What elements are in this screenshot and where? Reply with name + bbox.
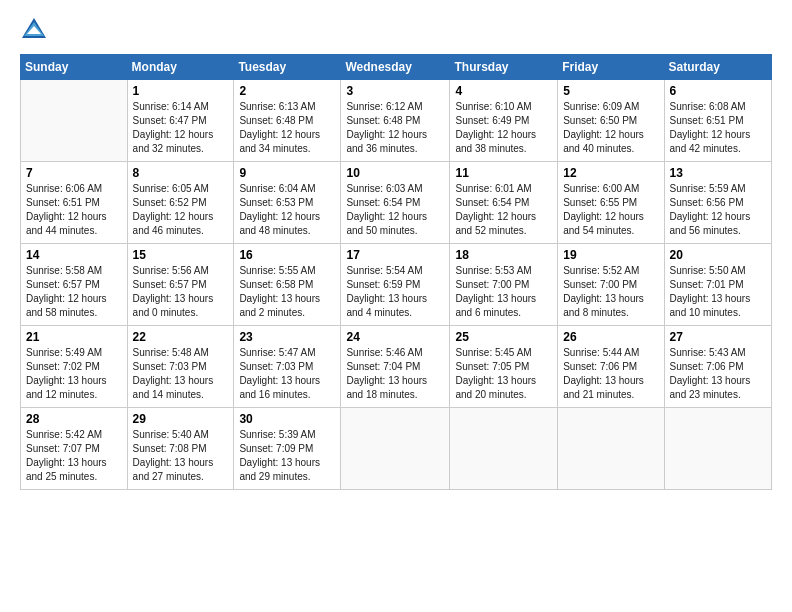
day-number: 8: [133, 166, 229, 180]
day-number: 11: [455, 166, 552, 180]
day-info: Sunrise: 6:10 AMSunset: 6:49 PMDaylight:…: [455, 100, 552, 156]
week-row-1: 1Sunrise: 6:14 AMSunset: 6:47 PMDaylight…: [21, 80, 772, 162]
calendar-cell: 1Sunrise: 6:14 AMSunset: 6:47 PMDaylight…: [127, 80, 234, 162]
calendar-table: SundayMondayTuesdayWednesdayThursdayFrid…: [20, 54, 772, 490]
day-header-wednesday: Wednesday: [341, 55, 450, 80]
day-info: Sunrise: 5:49 AMSunset: 7:02 PMDaylight:…: [26, 346, 122, 402]
day-number: 27: [670, 330, 766, 344]
day-number: 25: [455, 330, 552, 344]
day-number: 12: [563, 166, 658, 180]
calendar-cell: 9Sunrise: 6:04 AMSunset: 6:53 PMDaylight…: [234, 162, 341, 244]
calendar-cell: 28Sunrise: 5:42 AMSunset: 7:07 PMDayligh…: [21, 408, 128, 490]
day-number: 13: [670, 166, 766, 180]
calendar-cell: [450, 408, 558, 490]
day-header-monday: Monday: [127, 55, 234, 80]
day-info: Sunrise: 6:12 AMSunset: 6:48 PMDaylight:…: [346, 100, 444, 156]
calendar-cell: 23Sunrise: 5:47 AMSunset: 7:03 PMDayligh…: [234, 326, 341, 408]
day-info: Sunrise: 5:59 AMSunset: 6:56 PMDaylight:…: [670, 182, 766, 238]
calendar-cell: 21Sunrise: 5:49 AMSunset: 7:02 PMDayligh…: [21, 326, 128, 408]
calendar-cell: 20Sunrise: 5:50 AMSunset: 7:01 PMDayligh…: [664, 244, 771, 326]
week-row-5: 28Sunrise: 5:42 AMSunset: 7:07 PMDayligh…: [21, 408, 772, 490]
day-info: Sunrise: 6:13 AMSunset: 6:48 PMDaylight:…: [239, 100, 335, 156]
day-number: 19: [563, 248, 658, 262]
day-number: 6: [670, 84, 766, 98]
day-info: Sunrise: 5:53 AMSunset: 7:00 PMDaylight:…: [455, 264, 552, 320]
calendar-cell: 5Sunrise: 6:09 AMSunset: 6:50 PMDaylight…: [558, 80, 664, 162]
calendar-cell: 8Sunrise: 6:05 AMSunset: 6:52 PMDaylight…: [127, 162, 234, 244]
day-info: Sunrise: 5:42 AMSunset: 7:07 PMDaylight:…: [26, 428, 122, 484]
week-row-4: 21Sunrise: 5:49 AMSunset: 7:02 PMDayligh…: [21, 326, 772, 408]
logo-icon: [20, 16, 48, 44]
day-info: Sunrise: 5:52 AMSunset: 7:00 PMDaylight:…: [563, 264, 658, 320]
week-row-2: 7Sunrise: 6:06 AMSunset: 6:51 PMDaylight…: [21, 162, 772, 244]
day-info: Sunrise: 5:48 AMSunset: 7:03 PMDaylight:…: [133, 346, 229, 402]
calendar-cell: [21, 80, 128, 162]
day-number: 15: [133, 248, 229, 262]
day-info: Sunrise: 6:08 AMSunset: 6:51 PMDaylight:…: [670, 100, 766, 156]
calendar-cell: 3Sunrise: 6:12 AMSunset: 6:48 PMDaylight…: [341, 80, 450, 162]
week-row-3: 14Sunrise: 5:58 AMSunset: 6:57 PMDayligh…: [21, 244, 772, 326]
day-info: Sunrise: 5:50 AMSunset: 7:01 PMDaylight:…: [670, 264, 766, 320]
calendar-cell: 18Sunrise: 5:53 AMSunset: 7:00 PMDayligh…: [450, 244, 558, 326]
day-number: 18: [455, 248, 552, 262]
day-info: Sunrise: 6:00 AMSunset: 6:55 PMDaylight:…: [563, 182, 658, 238]
day-number: 20: [670, 248, 766, 262]
day-number: 7: [26, 166, 122, 180]
calendar-cell: 26Sunrise: 5:44 AMSunset: 7:06 PMDayligh…: [558, 326, 664, 408]
calendar-cell: [341, 408, 450, 490]
calendar-cell: 4Sunrise: 6:10 AMSunset: 6:49 PMDaylight…: [450, 80, 558, 162]
day-header-saturday: Saturday: [664, 55, 771, 80]
calendar-cell: 11Sunrise: 6:01 AMSunset: 6:54 PMDayligh…: [450, 162, 558, 244]
day-info: Sunrise: 5:58 AMSunset: 6:57 PMDaylight:…: [26, 264, 122, 320]
calendar-cell: 17Sunrise: 5:54 AMSunset: 6:59 PMDayligh…: [341, 244, 450, 326]
day-number: 26: [563, 330, 658, 344]
header: [20, 16, 772, 44]
day-info: Sunrise: 5:56 AMSunset: 6:57 PMDaylight:…: [133, 264, 229, 320]
day-info: Sunrise: 6:14 AMSunset: 6:47 PMDaylight:…: [133, 100, 229, 156]
day-number: 29: [133, 412, 229, 426]
calendar-cell: 12Sunrise: 6:00 AMSunset: 6:55 PMDayligh…: [558, 162, 664, 244]
main-container: SundayMondayTuesdayWednesdayThursdayFrid…: [0, 0, 792, 500]
day-number: 28: [26, 412, 122, 426]
calendar-cell: 27Sunrise: 5:43 AMSunset: 7:06 PMDayligh…: [664, 326, 771, 408]
day-number: 21: [26, 330, 122, 344]
calendar-cell: 7Sunrise: 6:06 AMSunset: 6:51 PMDaylight…: [21, 162, 128, 244]
day-info: Sunrise: 6:04 AMSunset: 6:53 PMDaylight:…: [239, 182, 335, 238]
calendar-cell: 10Sunrise: 6:03 AMSunset: 6:54 PMDayligh…: [341, 162, 450, 244]
day-header-thursday: Thursday: [450, 55, 558, 80]
day-number: 1: [133, 84, 229, 98]
day-header-friday: Friday: [558, 55, 664, 80]
day-info: Sunrise: 6:01 AMSunset: 6:54 PMDaylight:…: [455, 182, 552, 238]
day-info: Sunrise: 6:05 AMSunset: 6:52 PMDaylight:…: [133, 182, 229, 238]
day-number: 22: [133, 330, 229, 344]
calendar-cell: 24Sunrise: 5:46 AMSunset: 7:04 PMDayligh…: [341, 326, 450, 408]
day-header-tuesday: Tuesday: [234, 55, 341, 80]
calendar-cell: 14Sunrise: 5:58 AMSunset: 6:57 PMDayligh…: [21, 244, 128, 326]
day-number: 24: [346, 330, 444, 344]
calendar-cell: 30Sunrise: 5:39 AMSunset: 7:09 PMDayligh…: [234, 408, 341, 490]
day-info: Sunrise: 5:44 AMSunset: 7:06 PMDaylight:…: [563, 346, 658, 402]
day-info: Sunrise: 5:47 AMSunset: 7:03 PMDaylight:…: [239, 346, 335, 402]
day-info: Sunrise: 6:03 AMSunset: 6:54 PMDaylight:…: [346, 182, 444, 238]
logo: [20, 16, 52, 44]
calendar-cell: [664, 408, 771, 490]
calendar-body: 1Sunrise: 6:14 AMSunset: 6:47 PMDaylight…: [21, 80, 772, 490]
day-number: 17: [346, 248, 444, 262]
day-number: 9: [239, 166, 335, 180]
calendar-cell: 15Sunrise: 5:56 AMSunset: 6:57 PMDayligh…: [127, 244, 234, 326]
day-info: Sunrise: 5:54 AMSunset: 6:59 PMDaylight:…: [346, 264, 444, 320]
calendar-cell: 16Sunrise: 5:55 AMSunset: 6:58 PMDayligh…: [234, 244, 341, 326]
day-info: Sunrise: 5:45 AMSunset: 7:05 PMDaylight:…: [455, 346, 552, 402]
calendar-cell: 6Sunrise: 6:08 AMSunset: 6:51 PMDaylight…: [664, 80, 771, 162]
day-number: 10: [346, 166, 444, 180]
day-number: 2: [239, 84, 335, 98]
day-header-sunday: Sunday: [21, 55, 128, 80]
day-number: 3: [346, 84, 444, 98]
calendar-cell: 13Sunrise: 5:59 AMSunset: 6:56 PMDayligh…: [664, 162, 771, 244]
calendar-cell: 19Sunrise: 5:52 AMSunset: 7:00 PMDayligh…: [558, 244, 664, 326]
day-info: Sunrise: 6:09 AMSunset: 6:50 PMDaylight:…: [563, 100, 658, 156]
day-info: Sunrise: 5:40 AMSunset: 7:08 PMDaylight:…: [133, 428, 229, 484]
day-info: Sunrise: 5:39 AMSunset: 7:09 PMDaylight:…: [239, 428, 335, 484]
day-info: Sunrise: 6:06 AMSunset: 6:51 PMDaylight:…: [26, 182, 122, 238]
day-number: 30: [239, 412, 335, 426]
